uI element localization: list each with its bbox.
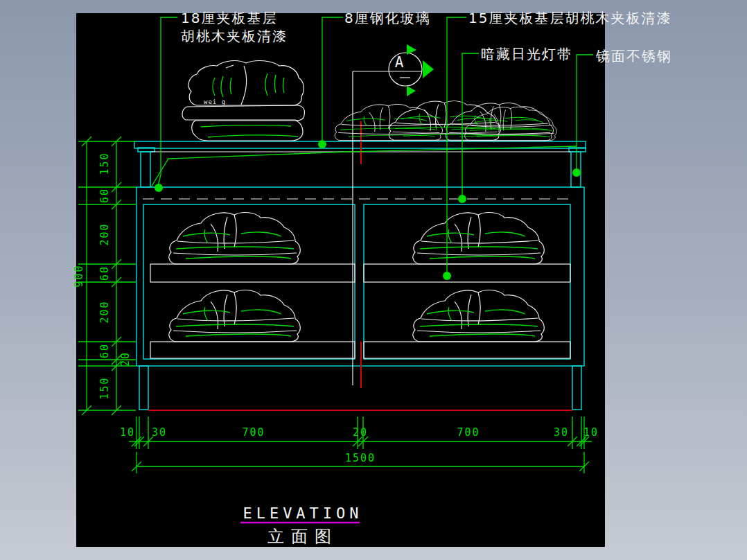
callout-plywood18-line2: 胡桃木夹板清漆 (181, 28, 288, 44)
dim-h5: 30 (554, 426, 569, 439)
dim-v6: 20 (119, 351, 132, 367)
callout-plywood15: 15厘夹板基层胡桃木夹板清漆 (468, 10, 671, 26)
drawing-title-en: ELEVATION (243, 505, 362, 522)
dim-overall-height: 900 (73, 264, 85, 287)
drawing-title-zh: 立面图 (267, 527, 338, 546)
elevation-drawing: wei g A (0, 0, 747, 560)
callout-glass: 8厘钢化玻璃 (344, 10, 431, 26)
section-label: A (395, 54, 404, 71)
dim-h6: 10 (583, 426, 599, 439)
dim-overall-width: 1500 (345, 452, 376, 464)
dim-v0: 150 (98, 152, 111, 175)
callout-mirror-steel: 镜面不锈钢 (595, 48, 672, 64)
dim-v7: 150 (98, 376, 111, 399)
callout-plywood18-line1: 18厘夹板基层 (181, 10, 277, 26)
dim-h0: 10 (120, 426, 135, 439)
callout-hidden-light: 暗藏日光灯带 (481, 46, 572, 62)
clothing-mark-text: wei g (204, 98, 226, 105)
dim-v2: 200 (98, 222, 111, 245)
dim-v3: 60 (98, 265, 111, 281)
dim-v1: 60 (98, 188, 111, 203)
dim-h4: 700 (457, 426, 480, 439)
dim-v4: 200 (98, 300, 111, 323)
dim-h2: 700 (242, 426, 265, 439)
dim-h1: 30 (152, 426, 167, 439)
dim-h3: 20 (353, 426, 368, 439)
cad-viewport: wei g A (0, 0, 747, 560)
dim-v5: 60 (98, 343, 111, 358)
